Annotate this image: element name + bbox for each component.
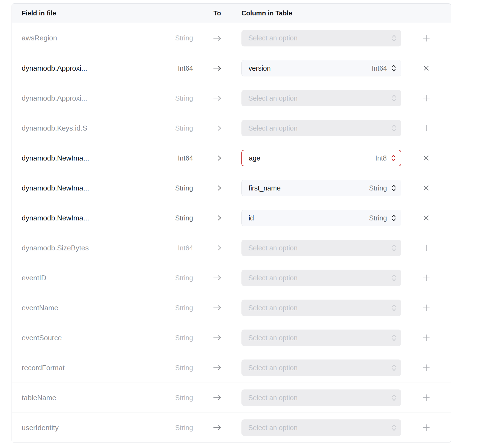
remove-mapping-button[interactable] (421, 152, 432, 164)
field-name: tableName (12, 394, 172, 402)
header-to: To (193, 9, 241, 17)
close-icon (423, 154, 430, 162)
plus-icon (422, 334, 430, 342)
mapping-row: eventSource String Select an option (12, 323, 451, 353)
column-select-type: Int64 (372, 64, 387, 72)
field-name: dynamodb.SizeBytes (12, 244, 172, 252)
close-icon (423, 214, 430, 222)
mapping-row: dynamodb.NewIma... Int64 age Int8 (12, 143, 451, 173)
column-select[interactable]: id String (241, 210, 401, 226)
chevron-up-down-icon (392, 244, 396, 252)
add-mapping-button[interactable] (420, 391, 433, 404)
mapping-row: userIdentity String Select an option (12, 413, 451, 443)
column-select: Select an option (241, 240, 401, 256)
plus-icon (422, 94, 430, 102)
chevron-up-down-icon (391, 184, 396, 192)
field-name: dynamodb.NewIma... (12, 154, 172, 162)
field-type: String (172, 184, 193, 192)
add-mapping-button[interactable] (420, 32, 433, 45)
add-mapping-button[interactable] (420, 302, 433, 314)
field-name: dynamodb.Keys.id.S (12, 124, 172, 132)
column-select-value: Select an option (248, 424, 387, 432)
chevron-up-down-icon (392, 424, 396, 432)
field-type: String (172, 214, 193, 222)
field-name: eventID (12, 274, 172, 282)
add-mapping-button[interactable] (420, 331, 433, 344)
field-name: eventName (12, 304, 172, 312)
column-select: Select an option (241, 419, 401, 436)
field-type: Int64 (172, 64, 193, 72)
arrow-right-icon (193, 185, 241, 191)
chevron-up-down-icon (392, 304, 396, 312)
column-select[interactable]: version Int64 (241, 60, 401, 76)
arrow-right-icon (193, 155, 241, 161)
plus-icon (422, 424, 430, 432)
chevron-up-down-icon (392, 364, 396, 372)
plus-icon (422, 304, 430, 312)
chevron-up-down-icon (392, 34, 396, 42)
add-mapping-button[interactable] (420, 272, 433, 284)
field-name: dynamodb.Approxi... (12, 94, 172, 103)
chevron-up-down-icon (392, 334, 396, 342)
field-name: recordFormat (12, 364, 172, 372)
field-name: dynamodb.NewIma... (12, 184, 172, 192)
column-select: Select an option (241, 389, 401, 406)
table-header: Field in file To Column in Table (12, 4, 451, 23)
mapping-row: eventName String Select an option (12, 293, 451, 323)
column-select-value: id (249, 214, 369, 222)
column-select[interactable]: age Int8 (241, 150, 401, 166)
mapping-row: dynamodb.NewIma... String first_name Str… (12, 173, 451, 203)
column-select-value: Select an option (248, 34, 387, 42)
chevron-up-down-icon (391, 214, 396, 222)
field-type: String (172, 364, 193, 372)
close-icon (423, 65, 430, 72)
mapping-row: dynamodb.SizeBytes Int64 Select an optio… (12, 233, 451, 263)
arrow-right-icon (193, 35, 241, 42)
column-select: Select an option (241, 90, 401, 106)
field-type: String (172, 424, 193, 432)
arrow-right-icon (193, 334, 241, 341)
column-select-value: version (249, 64, 372, 72)
add-mapping-button[interactable] (420, 122, 433, 134)
arrow-right-icon (193, 275, 241, 281)
field-name: dynamodb.NewIma... (12, 214, 172, 222)
field-name: eventSource (12, 334, 172, 342)
mapping-row: tableName String Select an option (12, 383, 451, 413)
remove-mapping-button[interactable] (421, 182, 432, 194)
column-select: Select an option (241, 120, 401, 136)
column-select-value: Select an option (248, 124, 387, 132)
mapping-row: dynamodb.NewIma... String id String (12, 203, 451, 233)
add-mapping-button[interactable] (420, 421, 433, 434)
mapping-row: recordFormat String Select an option (12, 353, 451, 383)
field-name: dynamodb.Approxi... (12, 64, 172, 73)
column-select-value: Select an option (248, 364, 387, 372)
field-name: userIdentity (12, 424, 172, 432)
arrow-right-icon (193, 125, 241, 131)
column-select[interactable]: first_name String (241, 180, 401, 196)
arrow-right-icon (193, 394, 241, 401)
add-mapping-button[interactable] (420, 242, 433, 254)
chevron-up-down-icon (392, 94, 396, 102)
remove-mapping-button[interactable] (421, 212, 432, 224)
header-column-in-table: Column in Table (241, 9, 401, 17)
chevron-up-down-icon (391, 64, 396, 72)
chevron-up-down-icon (392, 124, 396, 132)
field-type: Int64 (172, 244, 193, 252)
add-mapping-button[interactable] (420, 361, 433, 374)
mapping-row: dynamodb.Approxi... Int64 version Int64 (12, 53, 451, 83)
column-select-type: String (369, 184, 387, 192)
remove-mapping-button[interactable] (421, 62, 432, 74)
column-select-value: Select an option (248, 244, 387, 252)
column-select-value: Select an option (248, 334, 387, 342)
arrow-right-icon (193, 215, 241, 221)
arrow-right-icon (193, 424, 241, 431)
field-name: awsRegion (12, 34, 172, 42)
plus-icon (422, 274, 430, 282)
add-mapping-button[interactable] (420, 92, 433, 104)
field-mapping-table: Field in file To Column in Table awsRegi… (12, 3, 451, 443)
column-select-type: String (369, 214, 387, 222)
field-type: String (172, 394, 193, 402)
column-select-type: Int8 (375, 154, 387, 162)
chevron-up-down-icon (392, 394, 396, 402)
mapping-row: eventID String Select an option (12, 263, 451, 293)
